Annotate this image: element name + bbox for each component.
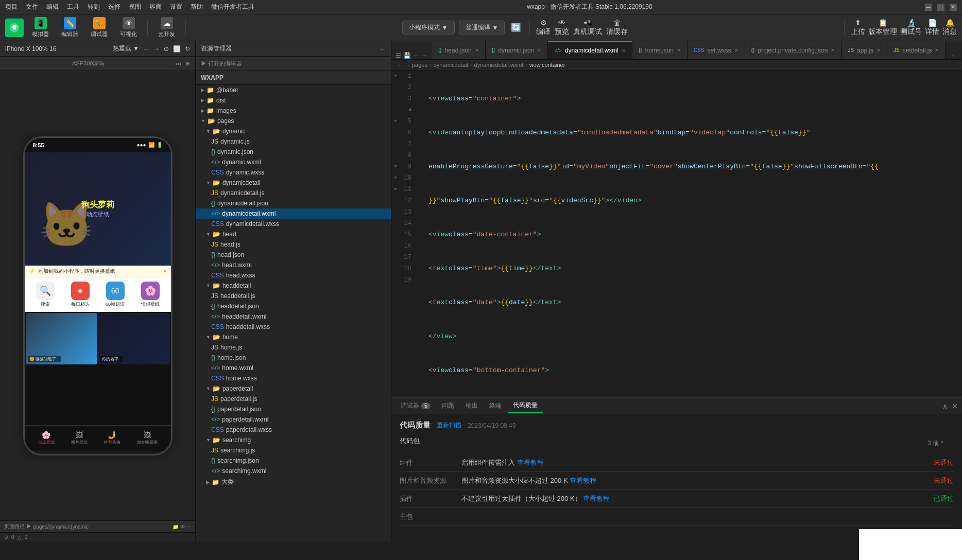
qr-icon[interactable]: ⊕ [185,60,190,67]
folder-babel[interactable]: ▶ 📁 @babel [196,85,391,95]
tab-problems[interactable]: 问题 [437,399,459,412]
file-searchimg-json[interactable]: {} searchimg.json [196,456,391,466]
file-searchimg-js[interactable]: JS searchimg.js [196,445,391,456]
menu-item-tools[interactable]: 工具 [67,3,79,11]
file-home-wxss[interactable]: CSS home.wxss [196,373,391,383]
rescan-button[interactable]: 重新扫描 [437,421,461,430]
breadcrumb-file[interactable]: dynamicdetail.wxml [474,62,523,68]
close-icon[interactable]: ✕ [935,47,939,53]
folder-images[interactable]: ▶ 📁 images [196,106,391,116]
folder-searchimg[interactable]: ▼ 📂 searchimg [196,435,391,445]
maximize-button[interactable]: □ [937,4,944,11]
folder-dynamic[interactable]: ▼ 📂 dynamic [196,126,391,136]
tab-home-json[interactable]: {} home.json ✕ [632,41,688,59]
miniprogram-mode-select[interactable]: 小程序模式 ▼ [402,21,455,34]
open-editor-header[interactable]: ▶ 打开的编辑器 [196,57,391,71]
refresh-button[interactable]: 🔄 [509,21,523,34]
fold-10[interactable]: ▼ [391,172,400,184]
file-dynamicdetail-js[interactable]: JS dynamicdetail.js [196,188,391,198]
file-headdetail-wxss[interactable]: CSS headdetail.wxss [196,322,391,332]
folder-home[interactable]: ▼ 📂 home [196,332,391,342]
folder-dynamicdetail[interactable]: ▼ 📂 dynamicdetail [196,178,391,188]
version-mgmt-button[interactable]: 📋 版本管理 [868,19,897,37]
clear-cache-button[interactable]: 🗑 清缓存 [606,19,628,37]
home-icon[interactable]: ⊙ [164,45,169,52]
fold-1[interactable]: ▼ [391,71,400,82]
file-dynamic-wxss[interactable]: CSS dynamic.wxss [196,167,391,178]
close-icon[interactable]: ✕ [734,47,738,53]
file-dynamic-js[interactable]: JS dynamic.js [196,136,391,147]
tutorial-link[interactable]: 查看教程 [517,459,544,466]
menu-item-select[interactable]: 选择 [108,3,121,11]
nav-forward-icon[interactable]: → [421,52,427,59]
collapse-button[interactable]: ∧ [942,402,948,410]
tab-dynamicdetail-wxml[interactable]: </> dynamicdetail.wxml ✕ [548,41,632,59]
bookmark-icon[interactable]: ☰ [396,52,401,59]
close-panel-button[interactable]: ✕ [952,402,958,410]
file-head-js[interactable]: JS head.js [196,239,391,250]
menu-item-file[interactable]: 文件 [26,3,38,11]
resource-manager-header[interactable]: 资源管理器 ··· [196,41,391,57]
folder-dalei[interactable]: ▶ 📁 大类 [196,476,391,488]
tab-code-quality[interactable]: 代码质量 [508,399,543,413]
more-icon[interactable]: ··· [381,45,386,52]
file-paperdetail-js[interactable]: JS paperdetail.js [196,394,391,404]
breadcrumb-forward[interactable]: → [404,62,410,68]
file-paperdetail-wxml[interactable]: </> paperdetail.wxml [196,414,391,425]
file-headdetail-wxml[interactable]: </> headdetail.wxml [196,311,391,322]
menu-item-view[interactable]: 视图 [129,3,141,11]
editor-button[interactable]: ✏️ 编辑器 [57,15,82,40]
tab-debugger[interactable]: 调试器 5 [396,399,436,412]
menu-item-project[interactable]: 项目 [5,3,18,11]
file-dynamicdetail-json[interactable]: {} dynamicdetail.json [196,198,391,208]
breadcrumb-back[interactable]: ← [397,62,402,68]
breadcrumb-pages[interactable]: pages [412,62,427,68]
folder-pages[interactable]: ▼ 📂 pages [196,116,391,126]
file-head-wxml[interactable]: </> head.wxml [196,260,391,270]
preview-button[interactable]: 👁 预览 [555,19,569,37]
minimize-button[interactable]: ─ [925,4,932,11]
menu-item-wechat[interactable]: 微信开发者工具 [211,3,254,11]
detail-button[interactable]: 📄 详情 [925,19,939,37]
tab-terminal[interactable]: 终端 [484,399,507,412]
file-head-json[interactable]: {} head.json [196,250,391,260]
resize-icon[interactable]: ⬜ [173,45,181,52]
tab-output[interactable]: 输出 [460,399,483,412]
fold-9[interactable]: ▼ [391,161,400,172]
close-icon[interactable]: ✕ [831,47,835,53]
file-paperdetail-json[interactable]: {} paperdetail.json [196,404,391,414]
menu-item-edit[interactable]: 编辑 [46,3,59,11]
nav-back-icon[interactable]: ← [413,52,419,59]
tab-head-json[interactable]: {} head.json ✕ [432,41,486,59]
folder-paperdetail[interactable]: ▼ 📂 paperdetail [196,383,391,394]
upload-button[interactable]: ⬆ 上传 [851,19,865,37]
code-content[interactable]: <view class="container"> <video autoplay… [420,71,962,397]
file-home-json[interactable]: {} home.json [196,353,391,363]
close-icon[interactable]: ✕ [622,48,626,54]
tab-app-js[interactable]: JS app.js ✕ [841,41,887,59]
message-button[interactable]: 🔔 消息 [942,19,957,37]
close-icon[interactable]: ✕ [475,47,479,53]
file-dynamicdetail-wxml[interactable]: </> dynamicdetail.wxml [196,208,391,219]
menu-item-help[interactable]: 帮助 [191,3,203,11]
folder-headdetail[interactable]: ▼ 📂 headdetail [196,281,391,291]
fold-11[interactable]: ▼ [391,184,400,195]
rotate-icon[interactable]: ↻ [185,45,190,52]
close-button[interactable]: ✕ [950,4,957,11]
file-dynamic-wxml[interactable]: </> dynamic.wxml [196,157,391,167]
cloud-button[interactable]: ☁ 云开发 [154,15,179,40]
tab-project-config[interactable]: {} project.private.config.json ✕ [745,41,842,59]
file-dynamicdetail-wxss[interactable]: CSS dynamicdetail.wxss [196,219,391,229]
file-headdetail-js[interactable]: JS headdetail.js [196,291,391,301]
close-icon[interactable]: ✕ [677,47,681,53]
more-icon[interactable]: ••• [175,61,181,67]
file-home-js[interactable]: JS home.js [196,342,391,353]
file-head-wxss[interactable]: CSS head.wxss [196,270,391,281]
file-home-wxml[interactable]: </> home.wxml [196,363,391,373]
tutorial-link[interactable]: 查看教程 [570,477,596,484]
fold-5[interactable]: ▼ [391,116,400,127]
simulator-button[interactable]: 📱 模拟器 [28,15,53,40]
more-tabs-icon[interactable]: ··· [946,52,959,59]
debugger-button[interactable]: 🐛 调试器 [87,15,112,40]
tab-dynamic-json[interactable]: {} dynamic.json ✕ [486,41,548,59]
